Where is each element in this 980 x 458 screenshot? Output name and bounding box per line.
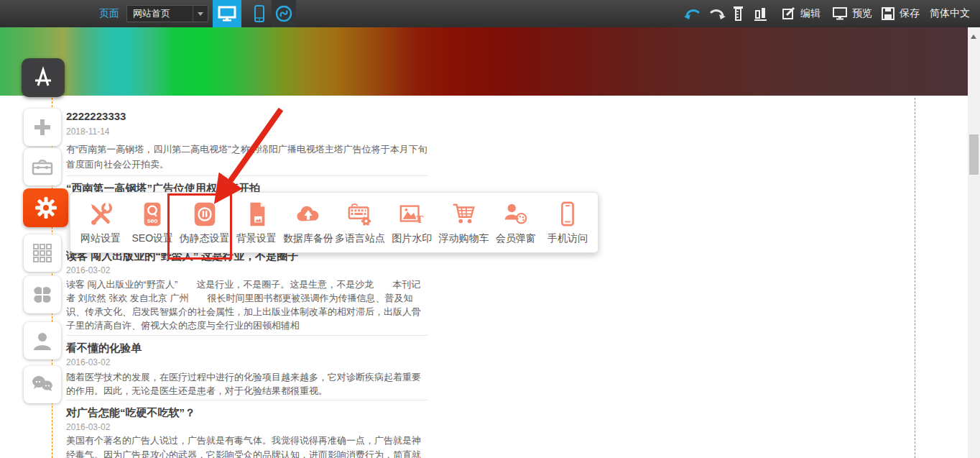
desktop-view-button[interactable]	[213, 0, 241, 27]
shopping-cart-icon	[450, 201, 478, 228]
user-icon	[32, 331, 53, 351]
menu-item-seo-settings[interactable]: seo SEO设置	[126, 201, 178, 245]
svg-text:seo: seo	[147, 217, 158, 224]
redo-button[interactable]	[708, 0, 726, 27]
scrollbar-thumb[interactable]	[969, 134, 979, 175]
save-icon	[881, 6, 895, 21]
divider	[66, 175, 427, 176]
desktop-icon	[218, 5, 236, 22]
menu-item-label: 背景设置	[236, 232, 277, 245]
pseudo-static-icon	[191, 201, 218, 228]
edit-button[interactable]: 编辑	[782, 0, 820, 27]
menu-item-label: 数据库备份	[283, 232, 333, 245]
article-summary: 读客 闯入出版业的“野蛮人” 这是行业，不是圈子。这是生意，不是沙龙 本刊记者 …	[66, 278, 427, 332]
scroll-up-arrow-icon[interactable]	[971, 35, 976, 39]
article-date: 2016-03-02	[66, 357, 427, 367]
link-curve-button[interactable]	[272, 0, 296, 27]
background-page-icon	[243, 201, 270, 228]
seo-magnifier-icon: seo	[139, 201, 166, 228]
menu-item-label: 网站设置	[80, 232, 121, 245]
article-date: 2016-03-02	[66, 422, 427, 432]
redo-icon	[708, 6, 726, 21]
components-clover-icon	[32, 284, 53, 306]
sidebar-item-app-logo[interactable]	[22, 58, 65, 97]
menu-item-label: 会员弹窗	[496, 232, 536, 245]
menu-item-label: SEO设置	[132, 232, 174, 245]
menu-item-floating-cart[interactable]: 浮动购物车	[438, 201, 489, 245]
save-button[interactable]: 保存	[881, 0, 920, 27]
menu-item-label: 多语言站点	[335, 232, 385, 245]
chevron-down-icon	[193, 6, 208, 22]
menu-item-database-backup[interactable]: 数据库备份	[282, 201, 334, 245]
sidebar-item-add[interactable]	[24, 109, 61, 146]
svg-text:T: T	[417, 213, 424, 225]
plus-icon	[33, 118, 52, 137]
menu-item-label: 手机访问	[547, 232, 588, 245]
menu-item-label: 伪静态设置	[180, 232, 230, 245]
save-label: 保存	[900, 7, 920, 20]
menu-item-multilanguage-site[interactable]: 多语言站点	[334, 201, 386, 245]
sidebar-item-toolbox[interactable]	[24, 148, 61, 186]
article-title[interactable]: 对广告怎能“吃硬不吃软”？	[66, 406, 427, 419]
menu-item-site-settings[interactable]: 网站设置	[75, 201, 126, 245]
page-label: 页面	[99, 0, 119, 27]
undo-button[interactable]	[684, 0, 701, 27]
article-title[interactable]: 2222223333	[66, 110, 427, 123]
app-logo-icon	[31, 65, 55, 90]
article-title[interactable]: 看不懂的化验单	[66, 342, 427, 354]
undo-icon	[684, 6, 701, 21]
ruler-button[interactable]	[731, 0, 744, 27]
divider	[66, 400, 427, 400]
stats-button[interactable]	[753, 0, 769, 27]
mobile-access-icon	[554, 201, 581, 228]
article-summary: 美国有个著名的广告人说过，广告就是有毒气体。我觉得说得再准确一点，广告就是神经毒…	[66, 434, 427, 458]
link-curve-icon	[274, 4, 293, 23]
ruler-icon	[731, 6, 744, 22]
edit-icon	[782, 6, 796, 21]
language-label: 简体中文	[930, 7, 970, 20]
menu-item-label: 浮动购物车	[439, 232, 489, 245]
grid-icon	[32, 243, 52, 263]
menu-item-pseudo-static[interactable]: 伪静态设置	[178, 201, 230, 245]
sidebar-item-chat[interactable]	[24, 366, 61, 403]
edit-label: 编辑	[800, 7, 820, 20]
gear-icon	[34, 196, 57, 219]
image-watermark-icon: T	[398, 201, 425, 228]
page-selector-value: 网站首页	[133, 7, 170, 20]
vertical-scrollbar[interactable]	[968, 27, 980, 458]
bar-chart-icon	[753, 6, 769, 22]
article-list: 2222223333 2018-11-14 有“西南第一高钢塔，四川第二高电视塔…	[66, 99, 427, 458]
mobile-view-button[interactable]	[250, 0, 269, 27]
menu-item-label: 图片水印	[392, 232, 432, 245]
menu-item-mobile-access[interactable]: 手机访问	[542, 201, 593, 245]
sidebar-item-members[interactable]	[24, 322, 61, 359]
cloud-upload-icon	[295, 201, 322, 228]
preview-monitor-icon	[832, 6, 848, 21]
top-toolbar: 页面 网站首页 编辑 预览 保存 简体	[0, 0, 980, 27]
preview-label: 预览	[852, 7, 872, 20]
chat-bubbles-icon	[31, 375, 54, 394]
member-popup-icon	[502, 201, 530, 228]
toolbox-icon	[32, 157, 53, 176]
right-guide-line	[915, 98, 915, 458]
sidebar-item-modules[interactable]	[24, 234, 61, 272]
page-selector[interactable]: 网站首页	[126, 5, 208, 22]
mobile-icon	[253, 4, 266, 23]
sidebar-item-components[interactable]	[24, 276, 61, 313]
divider	[66, 335, 427, 336]
article-date: 2018-11-14	[66, 127, 427, 137]
settings-popup: 网站设置 seo SEO设置 伪静态设置 背景设置	[70, 192, 598, 253]
article-date: 2016-03-02	[66, 265, 427, 275]
article-summary: 有“西南第一高钢塔，四川第二高电视塔”之称的绵阳广播电视塔主塔广告位将于本月下旬…	[66, 142, 427, 172]
gradient-banner	[0, 27, 968, 96]
menu-item-background-settings[interactable]: 背景设置	[231, 201, 282, 245]
keyboard-gear-icon	[346, 201, 374, 228]
menu-item-image-watermark[interactable]: T 图片水印	[386, 201, 438, 245]
article-summary: 随着医学技术的发展，在医疗过程中进行的化验项目越来越多，它对诊断疾病起着重要的作…	[66, 370, 427, 398]
language-selector[interactable]: 简体中文	[930, 0, 970, 27]
sidebar-item-settings[interactable]	[23, 188, 68, 227]
menu-item-member-popup[interactable]: 会员弹窗	[490, 201, 542, 245]
wrench-screwdriver-icon	[87, 201, 114, 228]
preview-button[interactable]: 预览	[832, 0, 872, 27]
